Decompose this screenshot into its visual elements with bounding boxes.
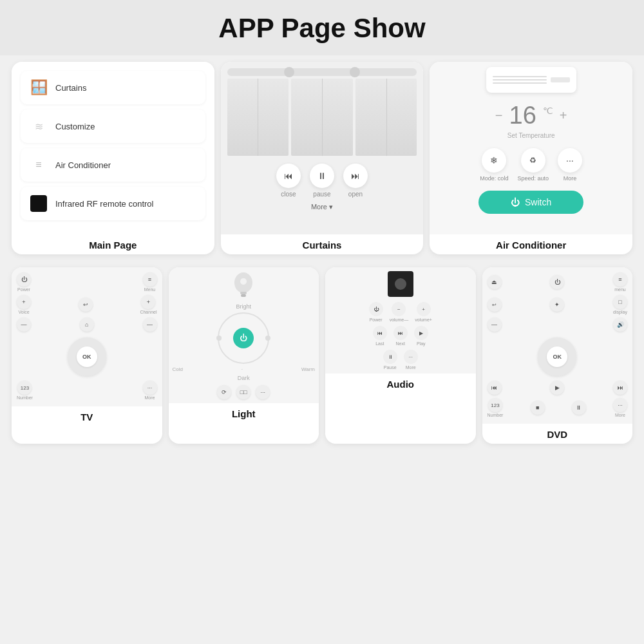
main-page-screen: 🪟 Curtains ≋ Customize ≡ Air Conditioner… <box>12 62 214 234</box>
temperature-unit: ℃ <box>543 106 553 116</box>
dvd-play-button[interactable]: ▶ <box>550 381 564 395</box>
dvd-vol-up-button[interactable]: 🔊 <box>613 317 627 332</box>
dvd-prev-button[interactable]: ⏮ <box>488 381 502 395</box>
dvd-pause-button[interactable]: ⏸ <box>572 401 586 415</box>
dvd-power-icon: ⏻ <box>550 275 564 289</box>
audio-card: ⏻ Power − volume— + volume+ ⏮ Last <box>325 267 476 444</box>
dvd-ok-button[interactable]: OK <box>547 346 567 367</box>
ok-button[interactable]: OK <box>77 346 97 367</box>
dvd-vol-row: — 🔊 <box>488 317 628 332</box>
temperature-value: 16 <box>509 102 536 129</box>
customize-icon: ≋ <box>28 116 49 137</box>
voice-down-button[interactable]: — <box>17 317 31 332</box>
vol-down-button[interactable]: − volume— <box>390 302 409 322</box>
menu-item-customize[interactable]: ≋ Customize <box>21 109 205 143</box>
vol-down-label: volume— <box>390 317 409 322</box>
set-temperature-label: Set Temperature <box>507 132 555 139</box>
open-icon: ⏭ <box>343 164 368 188</box>
light-power-button[interactable]: ⏻ <box>233 328 254 348</box>
audio-power-button[interactable]: ⏻ Power <box>369 302 383 322</box>
plus-icon: + <box>17 295 31 309</box>
ac-line-2 <box>493 79 547 80</box>
pause-audio-button[interactable]: ⏸ Pause <box>383 350 397 370</box>
dvd-card: ⏏ ⏻ ≡ menu ↩ ✦ □ display — <box>482 267 633 444</box>
number-button[interactable]: 123 Number <box>17 381 33 400</box>
prev-icon: ⏮ <box>373 326 387 340</box>
light-extra-btn3[interactable]: ··· <box>256 385 270 399</box>
pause-label: pause <box>313 191 330 198</box>
prev-button[interactable]: ⏮ Last <box>373 326 387 346</box>
dial-knob-left <box>216 336 222 341</box>
play-button[interactable]: ▶ Play <box>414 326 428 346</box>
more-tv-button[interactable]: ··· More <box>143 381 157 400</box>
dvd-label: DVD <box>482 424 633 444</box>
dvd-next-button[interactable]: ⏭ <box>613 381 627 395</box>
dvd-eject-button[interactable]: ⏏ <box>488 275 502 289</box>
ac-temperature-display: − 16 ℃ + <box>495 102 567 129</box>
dvd-menu-button[interactable]: ≡ menu <box>613 272 627 292</box>
menu-item-ac[interactable]: ≡ Air Conditioner <box>21 148 205 182</box>
curtain-panel-left <box>227 79 289 156</box>
light-extra-btn2[interactable]: □□ <box>236 385 251 399</box>
page-title: APP Page Show <box>0 0 644 55</box>
vol-up-button[interactable]: + volume+ <box>415 302 432 322</box>
more-link[interactable]: More ▾ <box>311 203 333 211</box>
audio-top-controls: ⏻ Power − volume— + volume+ <box>369 302 432 322</box>
dvd-settings-icon[interactable]: ✦ <box>550 298 564 312</box>
mode-button[interactable]: ❄ Mode: cold <box>480 148 508 182</box>
voice-label: Voice <box>18 310 29 314</box>
dvd-back-icon[interactable]: ↩ <box>488 298 502 312</box>
back-icon[interactable]: ↩ <box>79 298 93 312</box>
tv-card: ⏻ Power ≡ Menu + Voice ↩ + Channel <box>12 267 162 444</box>
ac-vent <box>551 77 570 82</box>
ac-mode-buttons: ❄ Mode: cold ♻ Speed: auto ··· More <box>480 148 582 182</box>
power-label: Power <box>17 287 30 292</box>
temp-increase-button[interactable]: + <box>560 108 567 123</box>
ac-card-label: Air Conditioner <box>430 234 632 254</box>
voice-up-button[interactable]: + Voice <box>17 295 31 314</box>
ok-ring: OK <box>68 337 106 376</box>
curtains-icon: 🪟 <box>28 77 49 98</box>
pause-button[interactable]: ⏸ pause <box>310 164 334 198</box>
temp-decrease-button[interactable]: − <box>495 108 503 123</box>
dvd-stop-button[interactable]: ■ <box>531 401 545 415</box>
home-icon[interactable]: ⌂ <box>80 317 94 332</box>
bulb-icon <box>232 271 255 303</box>
pause-audio-icon: ⏸ <box>383 350 397 364</box>
switch-button[interactable]: ⏻ Switch <box>478 191 583 214</box>
ch-down-button[interactable]: — <box>143 317 157 332</box>
light-extra-btn1[interactable]: ⟳ <box>217 385 231 399</box>
main-page-label: Main Page <box>12 234 214 254</box>
bright-label: Bright <box>236 303 251 310</box>
open-label: open <box>348 191 363 198</box>
audio-label: Audio <box>325 374 476 393</box>
light-dial[interactable]: ⏻ <box>218 312 269 364</box>
audio-bottom-controls: ⏸ Pause ··· More <box>383 350 418 370</box>
dvd-vol-down-button[interactable]: — <box>488 317 502 332</box>
power-button[interactable]: ⏻ Power <box>17 272 31 292</box>
dvd-number-button[interactable]: 123 Number <box>488 398 504 417</box>
open-button[interactable]: ⏭ open <box>343 164 368 198</box>
ac-label: Air Conditioner <box>55 160 111 170</box>
menu-item-remote[interactable]: Infrared RF remote control <box>21 187 205 220</box>
dvd-more-label: More <box>615 413 625 417</box>
menu-button[interactable]: ≡ Menu <box>143 272 157 292</box>
channel-up-button[interactable]: + Channel <box>140 295 156 314</box>
menu-item-curtains[interactable]: 🪟 Curtains <box>21 71 205 104</box>
dvd-display-button[interactable]: □ display <box>613 295 627 314</box>
dvd-menu-label: menu <box>614 287 626 292</box>
svg-rect-2 <box>241 294 246 297</box>
next-button[interactable]: ⏭ Next <box>393 326 408 346</box>
next-label: Next <box>396 341 405 346</box>
speed-button[interactable]: ♻ Speed: auto <box>517 148 549 182</box>
close-label: close <box>281 191 296 198</box>
more-button[interactable]: ··· More <box>558 148 582 182</box>
dot-center: · <box>242 366 243 372</box>
mode-label: Mode: cold <box>480 175 508 182</box>
more-dots-icon: ··· <box>558 148 582 173</box>
close-button[interactable]: ⏮ close <box>276 164 301 198</box>
more-audio-button[interactable]: ··· More <box>404 350 418 370</box>
dvd-more-button[interactable]: ··· More <box>613 398 627 417</box>
tv-top-row: ⏻ Power ≡ Menu <box>17 272 157 292</box>
dvd-power-button[interactable]: ⏻ <box>550 275 564 289</box>
